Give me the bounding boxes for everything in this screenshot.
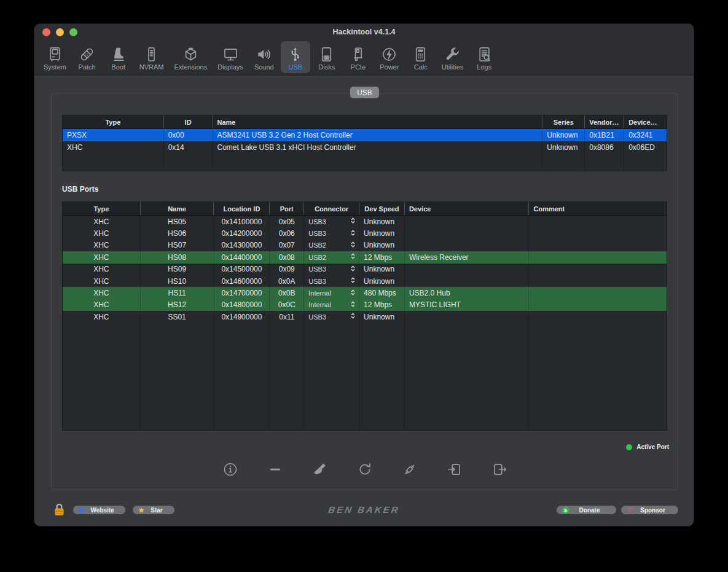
toolbar-item-sound[interactable]: Sound [249,41,279,73]
remove-button[interactable] [267,461,283,477]
lock-icon[interactable] [54,503,65,517]
usb-port-row[interactable]: XHCHS060x142000000x06USB3Unknown [63,227,667,239]
usb-port-row[interactable]: XHCHS090x145000000x09USB3Unknown [63,264,667,275]
clear-button[interactable] [312,461,328,477]
star-icon: ★ [138,507,144,514]
connector-popup[interactable]: USB2 [304,240,359,251]
usb-ports-section-title: USB Ports [62,185,98,194]
usb-port-row[interactable]: XHCHS120x148000000x0CInternal12 MbpsMYST… [63,299,667,311]
controllers-table: TypeIDNameSeriesVendor…Device… PXSX0x00A… [62,115,667,171]
stepper-icon [350,300,356,310]
toolbar-item-label: Extensions [174,63,207,71]
inject-button[interactable] [402,461,418,477]
sponsor-button[interactable]: ♡ Sponsor [621,506,678,514]
toolbar-item-nvram[interactable]: NVRAM [135,41,168,73]
port-cell-port: 0x08 [270,251,304,263]
controllers-column-header-series[interactable]: Series [542,116,585,128]
connector-value: USB3 [308,230,326,237]
toolbar-item-extensions[interactable]: Extensions [170,41,211,73]
controllers-column-header-vendor[interactable]: Vendor… [585,116,624,128]
port-cell-type: XHC [63,251,141,263]
ports-column-header-dev-speed[interactable]: Dev Speed [359,202,405,215]
usb-port-row[interactable]: XHCHS070x143000000x07USB2Unknown [63,240,667,251]
connector-popup[interactable]: USB3 [304,275,359,287]
export-button[interactable] [491,461,507,477]
port-cell-dev_speed: 12 Mbps [359,299,405,311]
port-cell-type: XHC [63,264,141,275]
connector-popup[interactable]: USB3 [304,216,359,227]
usb-port-row[interactable]: XHCHS110x147000000x0BInternal480 MbpsUSB… [63,287,667,299]
donate-button[interactable]: $ Donate [557,506,616,514]
refresh-icon [357,470,373,479]
connector-popup[interactable]: Internal [304,299,359,311]
ports-column-header-connector[interactable]: Connector [304,202,359,215]
port-cell-port: 0x09 [270,264,304,275]
broom-icon [312,470,328,479]
port-cell-comment [529,311,667,323]
port-cell-device [405,240,530,251]
connector-popup[interactable]: USB2 [304,251,359,263]
syringe-icon [402,470,418,479]
toolbar-item-label: USB [289,63,303,71]
port-cell-dev_speed: Unknown [359,264,405,275]
controller-row[interactable]: XHC0x14Comet Lake USB 3.1 xHCI Host Cont… [63,141,667,154]
controller-row[interactable]: PXSX0x00ASM3241 USB 3.2 Gen 2 Host Contr… [63,129,667,141]
port-cell-comment [529,264,667,275]
ports-column-header-comment[interactable]: Comment [529,202,667,215]
controller-cell-series: Unknown [542,141,585,154]
info-button[interactable] [222,461,238,477]
stepper-icon [350,216,356,227]
website-button[interactable]: Website [73,506,125,514]
port-cell-location_id: 0x14800000 [214,299,270,311]
toolbar-item-displays[interactable]: Displays [213,41,248,73]
ports-column-header-location-id[interactable]: Location ID [214,202,270,215]
controllers-column-header-name[interactable]: Name [213,116,543,128]
connector-value: USB3 [308,278,326,285]
calc-icon [412,45,429,63]
toolbar-item-pcie[interactable]: PCIe [343,41,373,73]
controllers-column-header-type[interactable]: Type [63,116,164,128]
usb-port-row[interactable]: XHCHS100x146000000x0AUSB3Unknown [63,275,667,287]
port-cell-type: XHC [63,240,141,251]
toolbar-item-label: PCIe [351,63,366,71]
connector-popup[interactable]: USB3 [304,227,359,239]
import-button[interactable] [447,461,463,477]
refresh-button[interactable] [357,461,373,477]
toolbar-item-power[interactable]: Power [375,41,404,73]
toolbar-item-patch[interactable]: Patch [72,41,102,73]
connector-popup[interactable]: Internal [304,287,359,299]
ports-column-header-type[interactable]: Type [63,202,141,215]
donate-dollar-icon: $ [562,507,569,514]
toolbar-item-label: Power [380,63,399,71]
export-icon [491,470,507,479]
toolbar-item-system[interactable]: System [39,41,71,73]
toolbar-item-boot[interactable]: Boot [104,41,133,73]
usb-port-row[interactable]: XHCHS080x144000000x08USB212 MbpsWireless… [63,251,667,263]
ports-column-header-name[interactable]: Name [141,202,214,215]
stepper-icon [350,276,356,286]
toolbar-item-calc[interactable]: Calc [406,41,436,73]
port-cell-comment [529,287,667,299]
nvram-icon [143,45,160,63]
port-cell-comment [529,299,667,311]
ports-header: TypeNameLocation IDPortConnectorDev Spee… [63,202,667,216]
usb-tab-pill[interactable]: USB [350,87,379,98]
usb-port-row[interactable]: XHCHS050x141000000x05USB3Unknown [63,216,667,227]
info-icon [222,470,238,479]
star-button[interactable]: ★ Star [133,506,174,514]
usb-port-row[interactable]: XHCSS010x149000000x11USB3Unknown [63,311,667,323]
toolbar: SystemPatchBootNVRAMExtensionsDisplaysSo… [39,41,499,73]
port-cell-comment [529,240,667,251]
toolbar-item-utilities[interactable]: Utilities [437,41,468,73]
connector-popup[interactable]: USB3 [304,264,359,275]
port-cell-device [405,311,530,323]
controllers-column-header-device[interactable]: Device… [624,116,667,128]
ports-column-header-device[interactable]: Device [405,202,530,215]
ports-column-header-port[interactable]: Port [270,202,304,215]
connector-popup[interactable]: USB3 [304,311,359,323]
toolbar-item-logs[interactable]: Logs [469,41,499,73]
toolbar-item-disks[interactable]: Disks [312,41,342,73]
toolbar-item-usb[interactable]: USB [281,41,310,73]
port-cell-type: XHC [63,275,141,287]
controllers-column-header-id[interactable]: ID [164,116,213,128]
